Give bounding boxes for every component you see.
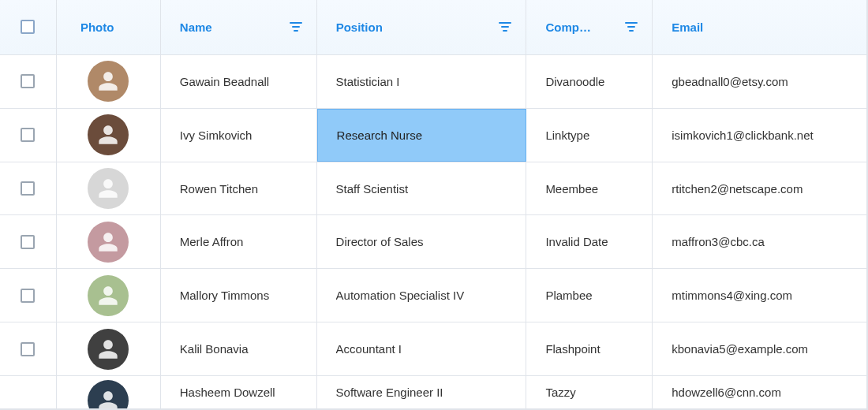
cell-email[interactable]: kbonavia5@example.com (653, 322, 867, 375)
filter-icon[interactable] (499, 20, 511, 33)
cell-photo[interactable] (57, 376, 161, 408)
cell-name[interactable]: Hasheem Dowzell (161, 376, 317, 408)
cell-position[interactable]: Statistician I (317, 55, 527, 108)
text-email: mtimmons4@xing.com (672, 289, 792, 302)
cell-position[interactable]: Staff Scientist (317, 162, 527, 215)
text-company: Meembee (545, 182, 598, 196)
avatar (88, 380, 129, 409)
row-checkbox-cell (0, 162, 57, 215)
table-row[interactable]: Ivy Simkovich Research Nurse Linktype is… (0, 109, 867, 162)
cell-photo[interactable] (57, 215, 161, 268)
header-photo-label: Photo (80, 20, 114, 34)
table-row[interactable]: Gawain Beadnall Statistician I Divanoodl… (0, 55, 867, 109)
text-name: Merle Affron (180, 235, 244, 248)
cell-company[interactable]: Invalid Date (526, 215, 653, 268)
cell-email[interactable]: isimkovich1@clickbank.net (653, 109, 867, 162)
text-email: isimkovich1@clickbank.net (672, 129, 813, 142)
filter-icon[interactable] (625, 20, 638, 33)
cell-name[interactable]: Ivy Simkovich (161, 109, 317, 162)
cell-company[interactable]: Plambee (526, 269, 653, 322)
cell-photo[interactable] (57, 322, 161, 375)
text-position: Statistician I (336, 75, 400, 88)
filter-icon[interactable] (290, 20, 302, 33)
row-checkbox-cell (0, 55, 57, 108)
text-company: Plambee (545, 289, 592, 302)
cell-email[interactable]: rtitchen2@netscape.com (653, 162, 867, 215)
text-company: Flashpoint (545, 342, 600, 356)
select-all-checkbox[interactable] (21, 20, 35, 34)
table-row[interactable]: Mallory Timmons Automation Specialist IV… (0, 269, 867, 322)
cell-name[interactable]: Kalil Bonavia (161, 322, 317, 375)
cell-name[interactable]: Mallory Timmons (161, 269, 317, 322)
avatar (88, 114, 129, 155)
cell-position[interactable]: Accountant I (317, 322, 527, 375)
cell-photo[interactable] (57, 109, 161, 162)
header-position[interactable]: Position (317, 0, 527, 54)
header-email[interactable]: Email (653, 0, 867, 54)
cell-position[interactable]: Automation Specialist IV (317, 269, 527, 322)
header-company[interactable]: Comp… (526, 0, 653, 54)
row-checkbox-cell (0, 376, 57, 408)
row-checkbox[interactable] (21, 342, 35, 356)
data-grid: Photo Name Position Comp… Email (0, 0, 868, 410)
cell-company[interactable]: Linktype (526, 109, 653, 162)
header-email-label: Email (672, 20, 703, 34)
cell-company[interactable]: Meembee (526, 162, 653, 215)
text-company: Linktype (545, 129, 589, 142)
text-email: kbonavia5@example.com (672, 342, 808, 356)
cell-company[interactable]: Tazzy (526, 376, 653, 408)
header-name[interactable]: Name (161, 0, 317, 54)
avatar (88, 275, 129, 316)
row-checkbox[interactable] (21, 289, 35, 303)
text-email: hdowzell6@cnn.com (672, 386, 781, 399)
header-company-label: Comp… (545, 20, 591, 34)
cell-email[interactable]: gbeadnall0@etsy.com (653, 55, 867, 108)
table-row[interactable]: Hasheem Dowzell Software Engineer II Taz… (0, 376, 867, 409)
cell-company[interactable]: Divanoodle (526, 55, 653, 108)
text-name: Mallory Timmons (180, 289, 269, 302)
text-company: Invalid Date (545, 235, 608, 248)
cell-email[interactable]: hdowzell6@cnn.com (653, 376, 867, 408)
table-row[interactable]: Rowen Titchen Staff Scientist Meembee rt… (0, 162, 867, 216)
text-position: Software Engineer II (336, 386, 443, 399)
cell-photo[interactable] (57, 269, 161, 322)
text-position: Accountant I (336, 342, 402, 356)
header-select-all-cell (0, 0, 57, 54)
table-row[interactable]: Merle Affron Director of Sales Invalid D… (0, 215, 867, 269)
text-email: rtitchen2@netscape.com (672, 182, 803, 196)
row-checkbox-cell (0, 215, 57, 268)
cell-company[interactable]: Flashpoint (526, 322, 653, 375)
text-position: Automation Specialist IV (336, 289, 465, 302)
text-position: Staff Scientist (336, 182, 408, 196)
avatar (88, 61, 129, 102)
row-checkbox-cell (0, 109, 57, 162)
cell-position[interactable]: Director of Sales (317, 215, 527, 268)
text-name: Kalil Bonavia (180, 342, 249, 356)
row-checkbox-cell (0, 322, 57, 375)
row-checkbox[interactable] (21, 181, 35, 196)
cell-photo[interactable] (57, 55, 161, 108)
row-checkbox[interactable] (21, 235, 35, 249)
row-checkbox[interactable] (21, 74, 35, 88)
text-position: Director of Sales (336, 235, 424, 248)
text-company: Divanoodle (545, 75, 604, 88)
text-email: maffron3@cbc.ca (672, 235, 765, 248)
row-checkbox-cell (0, 269, 57, 322)
grid-header: Photo Name Position Comp… Email (0, 0, 867, 55)
table-row[interactable]: Kalil Bonavia Accountant I Flashpoint kb… (0, 322, 867, 376)
cell-name[interactable]: Gawain Beadnall (161, 55, 317, 108)
cell-photo[interactable] (57, 162, 161, 215)
cell-email[interactable]: maffron3@cbc.ca (653, 215, 867, 268)
cell-email[interactable]: mtimmons4@xing.com (653, 269, 867, 322)
text-name: Hasheem Dowzell (180, 386, 275, 399)
cell-name[interactable]: Rowen Titchen (161, 162, 317, 215)
avatar (88, 222, 129, 263)
text-email: gbeadnall0@etsy.com (672, 75, 788, 88)
cell-position[interactable]: Research Nurse (317, 109, 527, 162)
text-position: Research Nurse (337, 129, 422, 142)
cell-position[interactable]: Software Engineer II (317, 376, 527, 408)
header-photo[interactable]: Photo (57, 0, 161, 54)
row-checkbox[interactable] (21, 128, 35, 142)
text-name: Gawain Beadnall (180, 75, 269, 88)
cell-name[interactable]: Merle Affron (161, 215, 317, 268)
